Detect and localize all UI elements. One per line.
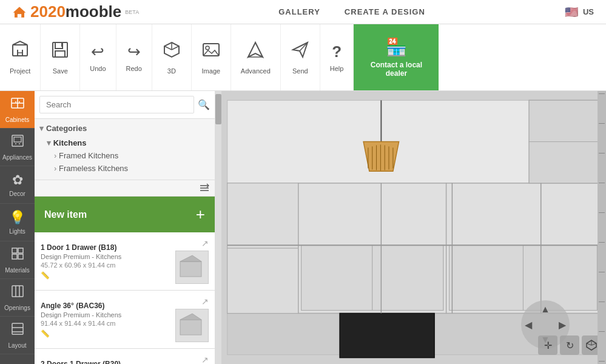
undo-label: Undo <box>90 65 106 72</box>
category-kitchens[interactable]: ▾ Kitchens <box>39 136 210 149</box>
items-list: 1 Door 1 Drawer (B18) Design Premium - K… <box>35 232 215 364</box>
nav-create[interactable]: CREATE A DESIGN <box>345 7 425 16</box>
search-input[interactable] <box>39 96 194 113</box>
sidebar-item-cabinets[interactable]: Cabinets <box>0 91 35 129</box>
nav-links: GALLERY CREATE A DESIGN <box>278 7 425 16</box>
svg-rect-65 <box>529 100 600 141</box>
category-framed-kitchens[interactable]: Framed Kitchens <box>39 149 210 162</box>
contact-icon: 🏪 <box>386 37 407 57</box>
sort-row <box>35 180 215 197</box>
item-name: 1 Door 1 Drawer (B18) <box>41 243 169 252</box>
svg-rect-2 <box>18 14 21 18</box>
decor-label: Decor <box>9 190 25 197</box>
3d-button[interactable]: 3D <box>152 24 192 90</box>
item-card[interactable]: 1 Door 1 Drawer (B18) Design Premium - K… <box>35 232 215 291</box>
item-card[interactable]: Angle 36° (BAC36) Design Premium - Kitch… <box>35 291 215 349</box>
sort-button[interactable] <box>199 183 210 194</box>
svg-rect-30 <box>18 248 23 253</box>
sidebar-icons: Cabinets Appliances ✿ Decor 💡 Lights Mat… <box>0 91 35 364</box>
appliances-icon <box>10 133 25 152</box>
svg-marker-43 <box>180 255 201 261</box>
nav-up-arrow[interactable]: ▲ <box>540 304 550 315</box>
item-name: 2 Doors 1 Drawer (B30) <box>41 360 169 365</box>
send-button[interactable]: Send <box>281 24 320 90</box>
item-card[interactable]: 2 Doors 1 Drawer (B30) Design Premium - … <box>35 349 215 364</box>
svg-point-28 <box>19 143 20 144</box>
redo-button[interactable]: ↪ Redo <box>116 24 152 90</box>
svg-rect-42 <box>180 261 201 277</box>
contact-button[interactable]: 🏪 Contact a local dealer <box>354 24 439 90</box>
left-panel: 🔍 ▾Categories ▾ Kitchens Framed Kitchens… <box>35 91 215 364</box>
bottom-tools: ✛ ↻ <box>538 335 601 355</box>
item-sub: Design Premium - Kitchens <box>41 311 169 318</box>
svg-rect-31 <box>12 254 17 259</box>
svg-point-24 <box>19 101 20 103</box>
svg-rect-45 <box>180 320 201 335</box>
redo-label: Redo <box>126 65 142 72</box>
item-info: Angle 36° (BAC36) Design Premium - Kitch… <box>41 302 169 338</box>
svg-marker-69 <box>363 142 399 172</box>
svg-rect-54 <box>227 183 298 248</box>
item-info: 1 Door 1 Drawer (B18) Design Premium - K… <box>41 243 169 280</box>
design-canvas[interactable]: ▲ ▼ ◀ ▶ ✛ ↻ <box>221 91 606 364</box>
svg-rect-32 <box>18 254 23 259</box>
svg-rect-29 <box>12 248 17 253</box>
item-dims: 45.72 x 60.96 x 91.44 cm <box>41 261 169 269</box>
new-item-button[interactable]: New item + <box>35 197 215 232</box>
nav-right-arrow[interactable]: ▶ <box>559 319 566 331</box>
send-icon <box>291 40 310 64</box>
item-ruler-icon[interactable]: 📏 <box>41 329 169 338</box>
svg-rect-66 <box>529 142 600 183</box>
svg-rect-3 <box>13 45 27 56</box>
item-thumbnail <box>175 251 209 284</box>
top-navigation: 2020mooble BETA GALLERY CREATE A DESIGN … <box>0 0 606 24</box>
layout-icon <box>10 322 25 340</box>
scroll-handle[interactable] <box>215 94 221 124</box>
3d-icon <box>162 40 181 64</box>
item-ruler-icon[interactable]: 📏 <box>41 271 169 280</box>
image-icon <box>201 40 221 64</box>
project-button[interactable]: Project <box>0 24 41 90</box>
rotate-tool-button[interactable]: ↻ <box>560 335 579 355</box>
sidebar-item-openings[interactable]: Openings <box>0 279 35 317</box>
item-share-icon[interactable]: ↗ <box>201 355 209 364</box>
nav-gallery[interactable]: GALLERY <box>278 7 320 16</box>
svg-rect-59 <box>372 245 443 310</box>
image-button[interactable]: Image <box>192 24 231 90</box>
sidebar-item-layout[interactable]: Layout <box>0 317 35 354</box>
main-layout: Cabinets Appliances ✿ Decor 💡 Lights Mat… <box>0 91 606 364</box>
openings-label: Openings <box>4 305 30 311</box>
help-button[interactable]: ? Help <box>320 24 354 90</box>
sidebar-item-appliances[interactable]: Appliances <box>0 129 35 166</box>
svg-marker-0 <box>13 7 26 13</box>
advanced-icon <box>246 40 265 64</box>
category-frameless-kitchens[interactable]: Frameless Kitchens <box>39 162 210 175</box>
move-tool-button[interactable]: ✛ <box>538 335 557 355</box>
search-button[interactable]: 🔍 <box>198 99 210 110</box>
svg-rect-36 <box>12 323 23 334</box>
sidebar-item-decor[interactable]: ✿ Decor <box>0 166 35 204</box>
undo-button[interactable]: ↩ Undo <box>80 24 116 90</box>
project-icon <box>10 40 30 64</box>
layout-label: Layout <box>8 342 26 349</box>
nav-locale: 🇺🇸 US <box>565 5 594 19</box>
svg-line-83 <box>591 343 596 345</box>
svg-rect-10 <box>55 51 65 57</box>
svg-line-84 <box>587 343 591 345</box>
item-share-icon[interactable]: ↗ <box>201 297 209 306</box>
save-button[interactable]: Save <box>41 24 80 90</box>
svg-rect-33 <box>12 286 23 297</box>
nav-left-arrow[interactable]: ◀ <box>525 319 532 331</box>
contact-label: Contact a local dealer <box>366 61 426 78</box>
flag-icon: 🇺🇸 <box>565 5 578 19</box>
item-share-icon[interactable]: ↗ <box>201 238 209 248</box>
logo[interactable]: 2020mooble BETA <box>12 2 139 21</box>
sidebar-item-materials[interactable]: Materials <box>0 241 35 279</box>
sidebar-item-lights[interactable]: 💡 Lights <box>0 204 35 241</box>
advanced-button[interactable]: Advanced <box>231 24 281 90</box>
help-label: Help <box>330 65 344 72</box>
advanced-label: Advanced <box>241 67 271 75</box>
undo-icon: ↩ <box>91 42 104 61</box>
new-item-plus-icon: + <box>196 205 205 224</box>
scroll-bar[interactable] <box>215 91 221 364</box>
